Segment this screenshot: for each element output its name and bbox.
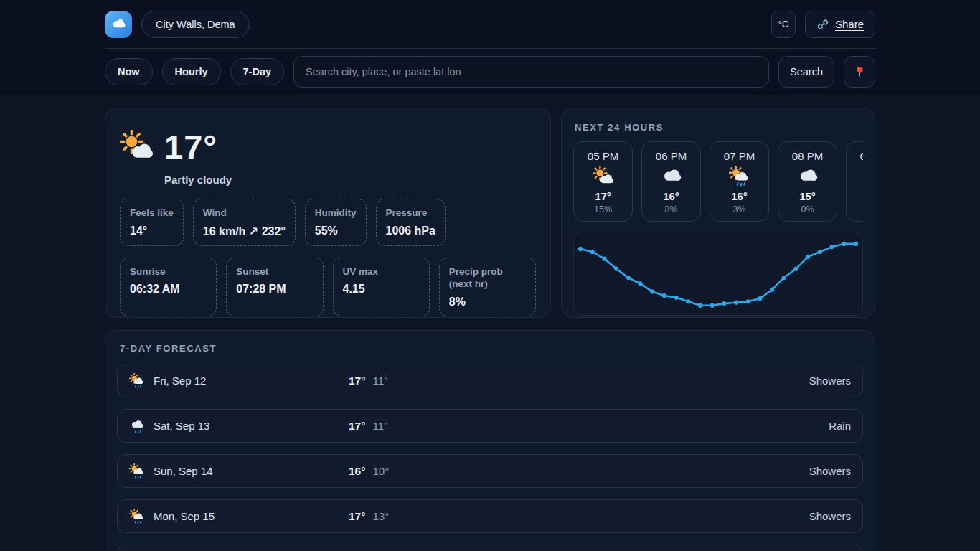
current-hero: 17°	[120, 127, 536, 166]
day-condition: Showers	[809, 510, 851, 522]
day-condition: Rain	[829, 420, 851, 432]
seven-day-forecast-title: 7-DAY FORECAST	[120, 343, 863, 354]
current-temperature: 17°	[164, 127, 217, 166]
sun-behind-rain-cloud-icon	[129, 509, 145, 524]
hour-card: 06 PM 16° 8%	[641, 141, 701, 222]
pushpin-icon	[852, 65, 867, 80]
current-weather-card: 17° Partly cloudy Feels like 14° Wind 16…	[105, 108, 551, 318]
day-row: Fri, Sep 12 17° 11° Showers	[117, 364, 863, 397]
day-label: Sat, Sep 13	[154, 420, 349, 432]
cloud-icon	[661, 166, 682, 187]
sun-behind-cloud-icon	[120, 130, 154, 164]
current-condition: Partly cloudy	[164, 174, 536, 186]
day-row: Mon, Sep 15 17° 13° Showers	[117, 499, 863, 533]
header-top-row: City Walls, Dema °C Share	[105, 0, 875, 48]
day-row-partial	[117, 545, 863, 551]
tab-hourly[interactable]: Hourly	[162, 58, 221, 85]
location-chip: City Walls, Dema	[141, 11, 250, 38]
day-high-temp: 17°	[349, 510, 365, 523]
stat-tile-uv-max: UV max 4.15	[333, 258, 430, 316]
hour-temp: 16°	[731, 190, 748, 202]
day-low-temp: 11°	[372, 375, 388, 387]
rain-cloud-icon	[129, 418, 145, 434]
share-label: Share	[835, 18, 864, 30]
current-stats-row1: Feels like 14° Wind 16 km/h ↗ 232° Humid…	[120, 199, 536, 246]
hour-precip: 8%	[664, 204, 677, 215]
seven-day-forecast-card: 7-DAY FORECAST Fri, Sep 12 17° 11° Showe…	[105, 330, 875, 551]
app-logo	[105, 11, 132, 38]
hour-temp: 17°	[595, 190, 611, 202]
hour-card: 08 PM 15° 0%	[778, 141, 837, 222]
hour-card: 07 PM 16° 3%	[710, 141, 769, 222]
share-button[interactable]: Share	[805, 11, 875, 38]
stat-tile-humidity: Humidity 55%	[305, 199, 367, 246]
hour-precip: 0%	[801, 204, 814, 215]
day-low-temp: 13°	[372, 510, 389, 522]
day-row: Sun, Sep 14 16° 10° Showers	[117, 454, 863, 488]
search-button[interactable]: Search	[778, 56, 834, 88]
stat-label: UV max	[343, 265, 420, 278]
stat-label: Wind	[203, 207, 286, 220]
top-grid: 17° Partly cloudy Feels like 14° Wind 16…	[105, 108, 875, 318]
day-high-temp: 17°	[349, 420, 365, 433]
hour-card: 05 PM 17° 15%	[573, 141, 633, 222]
temperature-trend-chart	[573, 232, 863, 316]
stat-tile-precip-prob: Precip prob (next hr) 8%	[439, 258, 536, 316]
hour-time: 05 PM	[588, 150, 618, 162]
day-condition: Showers	[809, 465, 851, 477]
hour-temp: 16°	[663, 190, 679, 202]
day-label: Sun, Sep 14	[154, 465, 349, 477]
unit-toggle-button[interactable]: °C	[771, 11, 796, 38]
stat-value: 55%	[315, 225, 357, 237]
day-row: Sat, Sep 13 17° 11° Rain	[117, 409, 863, 443]
stat-tile-feels-like: Feels like 14°	[120, 199, 184, 246]
next-24-hours-card: NEXT 24 HOURS 05 PM 17° 15% 06 PM 16° 8%…	[561, 108, 875, 318]
hour-card: 09 PM 15°	[846, 141, 863, 222]
tab-7-day[interactable]: 7-Day	[230, 58, 285, 85]
cloud-icon	[797, 166, 819, 187]
link-icon	[816, 18, 829, 31]
stat-value: 14°	[130, 225, 174, 237]
next-24-hours-title: NEXT 24 HOURS	[575, 122, 863, 133]
hour-time: 06 PM	[656, 150, 687, 162]
sun-behind-rain-cloud-icon	[129, 373, 145, 389]
hour-time: 09 PM	[860, 150, 863, 162]
stat-value: 4.15	[343, 283, 420, 296]
sun-behind-rain-cloud-icon	[129, 463, 145, 479]
stat-value: 07:28 PM	[236, 283, 313, 296]
tab-now[interactable]: Now	[105, 58, 153, 85]
day-high-temp: 17°	[349, 375, 365, 387]
day-condition: Showers	[809, 375, 851, 387]
day-label: Mon, Sep 15	[154, 510, 349, 522]
app-header: City Walls, Dema °C Share Now Hourly 7-D…	[0, 0, 980, 95]
hour-precip: 3%	[732, 204, 745, 215]
hourly-cards-row: 05 PM 17° 15% 06 PM 16° 8% 07 PM 16° 3%	[573, 141, 863, 222]
stat-label: Feels like	[130, 207, 174, 220]
stat-label: Precip prob (next hr)	[449, 265, 526, 291]
stat-value: 06:32 AM	[130, 283, 207, 296]
stat-value: 16 km/h ↗ 232°	[203, 225, 286, 238]
header-nav-row: Now Hourly 7-Day Search	[105, 48, 875, 95]
stat-label: Pressure	[386, 207, 435, 220]
day-low-temp: 10°	[372, 465, 389, 477]
day-low-temp: 11°	[372, 420, 388, 432]
day-label: Fri, Sep 12	[154, 375, 349, 387]
hour-precip: 15%	[594, 204, 612, 215]
main-content: 17° Partly cloudy Feels like 14° Wind 16…	[105, 95, 875, 551]
line-chart	[574, 232, 862, 315]
hour-time: 07 PM	[724, 150, 755, 162]
stat-label: Humidity	[315, 207, 357, 220]
stat-tile-wind: Wind 16 km/h ↗ 232°	[193, 199, 296, 246]
stat-tile-sunrise: Sunrise 06:32 AM	[120, 258, 217, 316]
locate-button[interactable]	[844, 56, 875, 88]
stat-tile-pressure: Pressure 1006 hPa	[376, 199, 446, 246]
sun-behind-cloud-icon	[593, 166, 614, 187]
sun-behind-rain-cloud-icon	[729, 166, 750, 187]
day-high-temp: 16°	[349, 465, 365, 478]
logo-cloud-icon	[110, 17, 126, 32]
location-label: City Walls, Dema	[156, 19, 235, 30]
hour-temp: 15°	[799, 190, 816, 202]
stat-tile-sunset: Sunset 07:28 PM	[226, 258, 323, 316]
stat-value: 8%	[449, 296, 526, 309]
search-input[interactable]	[293, 56, 769, 88]
